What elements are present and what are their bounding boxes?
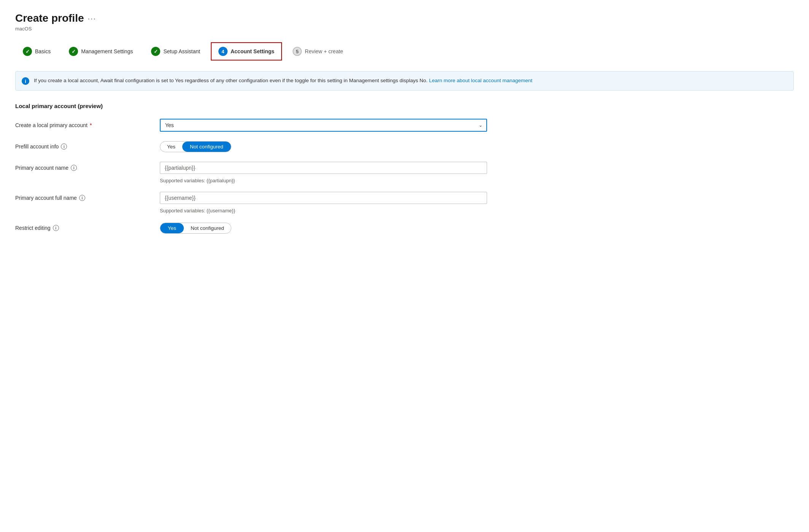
page-header: Create profile ··· macOS xyxy=(15,12,794,32)
step-label-management: Management Settings xyxy=(81,48,133,54)
control-create-local: Yes No ⌄ xyxy=(160,119,487,132)
variables-primary-name: Supported variables: {{partialupn}} xyxy=(160,178,794,183)
info-banner: i If you create a local account, Await f… xyxy=(15,71,794,91)
toggle-prefill-yes[interactable]: Yes xyxy=(160,142,182,152)
wizard-step-setup[interactable]: ✓ Setup Assistant xyxy=(143,42,208,61)
step-label-review: Review + create xyxy=(305,48,343,54)
toggle-restrict-editing-yes[interactable]: Yes xyxy=(160,223,184,233)
wizard-step-basics[interactable]: ✓ Basics xyxy=(15,42,58,61)
info-banner-icon: i xyxy=(22,77,29,85)
label-restrict-editing: Restrict editing i xyxy=(15,225,160,231)
info-icon-prefill[interactable]: i xyxy=(61,143,67,150)
field-prefill: Prefill account info i Yes Not configure… xyxy=(15,140,794,153)
info-banner-link[interactable]: Learn more about local account managemen… xyxy=(429,78,532,83)
label-primary-name: Primary account name i xyxy=(15,165,160,171)
control-prefill: Yes Not configured xyxy=(160,141,487,152)
input-primary-fullname[interactable] xyxy=(160,192,487,204)
wizard-step-account[interactable]: 4 Account Settings xyxy=(211,42,282,61)
title-text: Create profile xyxy=(15,12,84,24)
wizard-step-review[interactable]: 5 Review + create xyxy=(285,42,351,61)
section-title: Local primary account (preview) xyxy=(15,103,794,109)
field-restrict-editing: Restrict editing i Yes Not configured xyxy=(15,221,794,235)
dropdown-create-local[interactable]: Yes No xyxy=(160,119,487,132)
toggle-restrict-editing: Yes Not configured xyxy=(160,223,231,234)
wizard-steps: ✓ Basics ✓ Management Settings ✓ Setup A… xyxy=(15,42,794,61)
variables-primary-fullname: Supported variables: {{username}} xyxy=(160,208,794,213)
title-ellipsis: ··· xyxy=(88,14,97,23)
control-primary-name xyxy=(160,162,487,174)
page-subtitle: macOS xyxy=(15,26,794,32)
input-primary-name[interactable] xyxy=(160,162,487,174)
step-icon-management: ✓ xyxy=(69,47,78,56)
step-icon-setup: ✓ xyxy=(151,47,160,56)
label-primary-fullname: Primary account full name i xyxy=(15,195,160,201)
field-create-local: Create a local primary account * Yes No … xyxy=(15,118,794,132)
form-section: Local primary account (preview) Create a… xyxy=(15,103,794,235)
step-icon-review: 5 xyxy=(293,47,302,56)
info-banner-text: If you create a local account, Await fin… xyxy=(34,77,532,84)
info-icon-primary-fullname[interactable]: i xyxy=(79,195,85,201)
step-label-basics: Basics xyxy=(35,48,51,54)
field-primary-name: Primary account name i xyxy=(15,161,794,175)
label-create-local: Create a local primary account * xyxy=(15,122,160,128)
field-primary-fullname: Primary account full name i xyxy=(15,191,794,205)
toggle-prefill: Yes Not configured xyxy=(160,141,231,152)
toggle-prefill-notconfigured[interactable]: Not configured xyxy=(182,142,231,152)
dropdown-wrapper-create-local: Yes No ⌄ xyxy=(160,119,487,132)
page-title: Create profile ··· xyxy=(15,12,794,24)
info-icon-restrict-editing[interactable]: i xyxy=(53,225,59,231)
wizard-step-management[interactable]: ✓ Management Settings xyxy=(61,42,140,61)
info-icon-primary-name[interactable]: i xyxy=(71,165,77,171)
info-banner-main-text: If you create a local account, Await fin… xyxy=(34,78,428,83)
step-label-setup: Setup Assistant xyxy=(163,48,200,54)
toggle-restrict-editing-notconfigured[interactable]: Not configured xyxy=(184,223,231,233)
control-primary-fullname xyxy=(160,192,487,204)
control-restrict-editing: Yes Not configured xyxy=(160,223,487,234)
step-icon-account: 4 xyxy=(218,47,228,56)
label-prefill: Prefill account info i xyxy=(15,143,160,150)
step-icon-basics: ✓ xyxy=(23,47,32,56)
step-label-account: Account Settings xyxy=(231,48,274,54)
